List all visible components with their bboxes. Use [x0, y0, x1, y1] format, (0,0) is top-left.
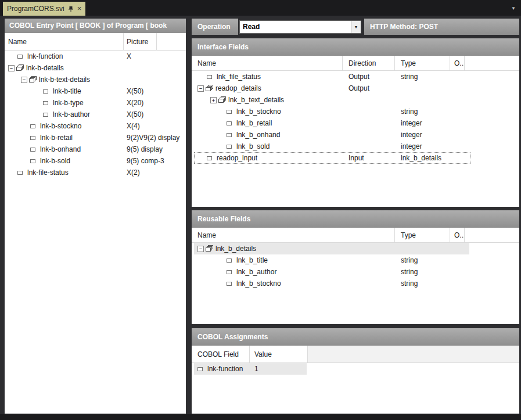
name-cell: lnk-file-status: [5, 167, 124, 178]
panel-splitter[interactable]: [186, 19, 192, 414]
cobol-assignments-section: COBOL Assignments COBOL FieldValue lnk-f…: [192, 328, 519, 414]
table-row[interactable]: lnk_b_retailinteger: [192, 117, 519, 129]
interface-fields-header: Interface Fields: [192, 38, 519, 56]
combo-dropdown-icon[interactable]: ▼: [351, 21, 361, 33]
direction-cell: Output: [343, 71, 395, 82]
cobol-assignments-column-headers: COBOL FieldValue: [192, 346, 519, 363]
name-cell: −readop_details: [192, 82, 343, 94]
table-row[interactable]: −lnk-b-text-details: [5, 74, 186, 85]
cobol-entry-point-panel: COBOL Entry Point [ BOOK ] of Program [ …: [5, 19, 186, 414]
field-icon: [227, 259, 234, 263]
row-label: lnk-b-title: [53, 87, 81, 95]
collapse-icon[interactable]: −: [197, 246, 204, 252]
table-row[interactable]: lnk-b-stocknoX(4): [5, 120, 186, 132]
name-column-header[interactable]: Name: [192, 56, 343, 70]
table-row[interactable]: lnk_b_onhandinteger: [192, 129, 519, 141]
operation-select[interactable]: Read ▼: [239, 20, 361, 34]
table-row[interactable]: readop_inputInputlnk_b_details: [192, 152, 519, 164]
name-cell: lnk_b_sold: [192, 141, 343, 152]
table-row[interactable]: lnk-b-sold9(5) comp-3: [5, 155, 186, 167]
column-header-filler: [465, 56, 519, 70]
name-cell: lnk-b-retail: [5, 132, 124, 143]
table-row[interactable]: lnk_b_titlestring: [192, 254, 519, 266]
collapse-icon[interactable]: −: [8, 65, 15, 71]
cobol-assignments-table: COBOL FieldValue lnk-function1: [192, 346, 519, 414]
row-label: lnk-b-retail: [40, 134, 73, 142]
type-cell: string: [395, 106, 450, 117]
row-label: lnk-b-text-details: [39, 76, 90, 84]
table-row[interactable]: lnk-b-typeX(20): [5, 97, 186, 109]
tab-list-dropdown-icon[interactable]: ▼: [511, 6, 516, 11]
table-row[interactable]: lnk-file-statusX(2): [5, 167, 186, 178]
reusable-fields-column-headers: NameTypeO...: [192, 228, 519, 243]
row-label: lnk_b_sold: [236, 142, 270, 150]
http-method-label: HTTP Method: POST: [364, 19, 519, 35]
collapse-icon[interactable]: −: [21, 77, 27, 83]
direction-column-header[interactable]: Direction: [343, 56, 395, 70]
picture-cell: 9(2)V9(2) display: [124, 132, 186, 143]
picture-cell: [124, 74, 186, 85]
value-column-header[interactable]: Value: [250, 346, 308, 362]
occurs-cell: [450, 94, 465, 106]
name-cell: −lnk-b-text-details: [5, 74, 124, 85]
table-row[interactable]: −lnk_b_details: [192, 243, 519, 254]
row-label: lnk-b-type: [53, 99, 84, 107]
name-cell: lnk_b_retail: [192, 117, 343, 129]
left-panel-tree: lnk-functionX−lnk-b-details−lnk-b-text-d…: [5, 51, 186, 178]
table-row[interactable]: lnk_b_stocknostring: [192, 278, 519, 289]
table-row[interactable]: lnk_b_stocknostring: [192, 106, 519, 117]
row-label: lnk_b_onhand: [236, 131, 280, 139]
picture-cell: X(50): [124, 85, 186, 97]
type-cell: [395, 243, 450, 254]
field-icon: [43, 89, 51, 94]
picture-cell: X(50): [124, 109, 186, 120]
name-column-header[interactable]: Name: [192, 228, 395, 242]
table-row[interactable]: +lnk_b_text_details: [192, 94, 519, 106]
table-row[interactable]: −lnk-b-details: [5, 62, 186, 74]
tab-programcors-svi[interactable]: ProgramCORS.svi ×: [3, 2, 85, 16]
occurs-cell: [450, 71, 465, 82]
row-label: lnk_b_text_details: [228, 96, 284, 104]
name-cell: lnk-b-stockno: [5, 120, 124, 132]
name-cell: lnk-b-type: [5, 97, 124, 109]
expand-icon[interactable]: +: [210, 97, 217, 103]
table-row[interactable]: lnk-b-authorX(50): [5, 109, 186, 120]
table-row[interactable]: lnk-b-retail9(2)V9(2) display: [5, 132, 186, 143]
field-icon: [30, 136, 38, 140]
name-cell: readop_input: [192, 152, 343, 164]
occurs-column-header[interactable]: O...: [450, 228, 465, 242]
collapse-icon[interactable]: −: [197, 85, 204, 92]
table-row[interactable]: lnk-functionX: [5, 51, 186, 62]
left-panel-column-headers: NamePicture: [5, 33, 186, 51]
table-row[interactable]: lnk-b-onhand9(5) display: [5, 143, 186, 155]
row-label: lnk-function: [27, 52, 63, 60]
table-row[interactable]: lnk-function1: [192, 363, 519, 375]
close-icon[interactable]: ×: [77, 5, 82, 12]
field-column-header[interactable]: COBOL Field: [192, 346, 250, 362]
name-column-header[interactable]: Name: [5, 33, 124, 50]
reusable-fields-rows: −lnk_b_detailslnk_b_titlestringlnk_b_aut…: [192, 243, 519, 289]
type-column-header[interactable]: Type: [395, 228, 450, 242]
type-cell: [395, 82, 450, 94]
table-row[interactable]: lnk_file_statusOutputstring: [192, 71, 519, 82]
cobol-assignments-rows: lnk-function1: [192, 363, 519, 375]
picture-column-header[interactable]: Picture: [124, 33, 157, 50]
occurs-column-header[interactable]: O...: [450, 56, 465, 70]
operation-selected-value: Read: [240, 23, 351, 31]
occurs-cell: [450, 129, 465, 141]
table-row[interactable]: −readop_detailsOutput: [192, 82, 519, 94]
table-row[interactable]: lnk_b_soldinteger: [192, 141, 519, 152]
field-icon: [227, 145, 234, 149]
occurs-cell: [450, 141, 465, 152]
direction-cell: [343, 129, 395, 141]
row-label: lnk-b-stockno: [40, 122, 81, 130]
field-icon: [43, 101, 51, 105]
table-row[interactable]: lnk_b_authorstring: [192, 266, 519, 278]
table-row[interactable]: lnk-b-titleX(50): [5, 85, 186, 97]
occurs-cell: [450, 117, 465, 129]
type-column-header[interactable]: Type: [395, 56, 450, 70]
name-cell: lnk_b_title: [192, 254, 395, 266]
pin-icon[interactable]: [68, 6, 74, 12]
interface-fields-rows: lnk_file_statusOutputstring−readop_detai…: [192, 71, 519, 164]
row-label: lnk-b-details: [26, 64, 64, 72]
